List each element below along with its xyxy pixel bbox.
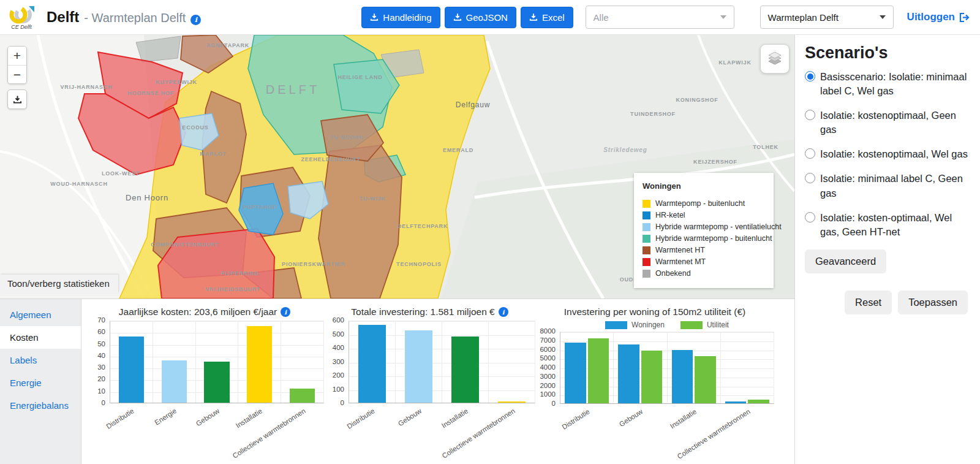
chart-x-labels: DistributieGebouwInstallatieCollectieve …	[349, 403, 535, 451]
chart-x-labels: DistributieGebouwInstallatieCollectieve …	[560, 404, 774, 452]
chart-title-text: Investering per woning of 150m2 utilitei…	[564, 306, 745, 318]
map-legend-item: HR-ketel	[643, 211, 766, 219]
plan-select[interactable]: Warmteplan Delft	[760, 6, 894, 29]
chart-y-axis: 010002000300040005000600070008000	[535, 332, 560, 404]
scenario-option-4[interactable]: Isolatie: minimaal label C, Geen gas	[805, 172, 968, 200]
bar-woningen-collectieve-warmtebronnen[interactable]	[725, 401, 747, 403]
map-place-label: KONINGSHOF	[676, 97, 718, 103]
ce-delft-logo: CE Delft	[5, 5, 38, 30]
tab-energie[interactable]: Energie	[0, 371, 81, 394]
download-excel-button[interactable]: Excel	[521, 7, 573, 28]
y-tick-label: 0	[552, 400, 556, 407]
chart-2: Totale investering: 1.581 miljoen €i0100…	[324, 303, 535, 464]
chart-title: Totale investering: 1.581 miljoen €i	[324, 306, 535, 318]
legend-item-label: Hybride warmtepomp - ventilatielucht	[655, 222, 782, 231]
zoom-out-button[interactable]: −	[8, 65, 26, 83]
bar-energie[interactable]	[162, 360, 187, 403]
tab-kosten[interactable]: Kosten	[0, 326, 81, 349]
map-canvas[interactable]: VRIJ-HARNASCHWOUD-HARNASCHLOOK-WESTHOORN…	[0, 35, 794, 299]
legend-item-label: Warmtepomp - buitenlucht	[655, 199, 745, 208]
chart-category-cell	[614, 332, 667, 403]
legend-color-swatch	[643, 258, 650, 266]
scenario-option-label: Isolatie: kostenoptimaal, Wel gas	[820, 147, 968, 161]
scenario-title: Scenario's	[805, 44, 968, 63]
advanced-button[interactable]: Geavanceerd	[805, 249, 886, 273]
map-place-label: PIJPERRING	[221, 270, 260, 276]
bar-utiliteit-distributie[interactable]	[588, 338, 609, 403]
scenario-option-5[interactable]: Isolatie: kosten-optimaal, Wel gas, Geen…	[805, 211, 968, 239]
chart-title: Jaarlijkse kosten: 203,6 miljoen €/jaari	[85, 306, 324, 318]
title-info-icon[interactable]: i	[190, 15, 201, 25]
legend-color-swatch	[643, 246, 650, 254]
radio-icon[interactable]	[805, 212, 815, 222]
chart-plot-wrap: 010203040506070	[85, 321, 324, 403]
bar-utiliteit-collectieve-warmtebronnen[interactable]	[748, 400, 769, 403]
chart-legend: WoningenUtiliteit	[560, 321, 774, 329]
bar-distributie[interactable]	[119, 337, 144, 403]
bar-gebouw[interactable]	[405, 330, 432, 403]
chart-category-cell	[153, 321, 196, 403]
bar-installatie[interactable]	[247, 326, 272, 403]
x-tick-label: Installatie	[669, 408, 698, 430]
map-place-label: VRIJHEIDSBUURT	[205, 286, 260, 292]
x-label-cell: Distributie	[560, 404, 614, 452]
apply-button[interactable]: Toepassen	[898, 291, 968, 314]
chart-title: Investering per woning of 150m2 utilitei…	[535, 306, 774, 318]
chart-title-text: Jaarlijkse kosten: 203,6 miljoen €/jaar	[119, 306, 277, 318]
chart-info-icon[interactable]: i	[499, 307, 508, 317]
title-city: Delft	[47, 9, 79, 26]
map-place-label: DELFT	[266, 83, 320, 96]
bar-gebouw[interactable]	[204, 362, 229, 403]
bar-distributie[interactable]	[358, 325, 386, 403]
map-legend-item: Warmtepomp - buitenlucht	[643, 199, 766, 208]
chart-y-axis: 010203040506070	[85, 321, 110, 403]
legend-item-label: Warmtenet HT	[655, 246, 705, 254]
chart-category-cell	[668, 332, 721, 403]
map-layers-button[interactable]	[760, 44, 790, 74]
radio-icon[interactable]	[805, 148, 815, 159]
bar-woningen-distributie[interactable]	[565, 343, 586, 403]
legend-color-swatch	[643, 235, 650, 243]
legend-color-swatch	[643, 223, 650, 231]
y-tick-label: 200	[333, 371, 344, 379]
scenario-option-3[interactable]: Isolatie: kostenoptimaal, Wel gas	[805, 147, 968, 161]
x-tick-label: Gebouw	[618, 408, 644, 428]
map-place-label: KUYPERWIJK	[156, 79, 197, 85]
ce-delft-logo-icon	[7, 5, 36, 26]
map-place-label: TU NOORD	[330, 134, 363, 140]
chart-category-cell	[110, 321, 153, 403]
chart-category-cell	[442, 321, 489, 403]
bar-woningen-gebouw[interactable]	[618, 344, 639, 403]
y-tick-label: 7000	[540, 337, 556, 344]
x-tick-label: Gebouw	[396, 407, 422, 427]
tab-algemeen[interactable]: Algemeen	[0, 303, 81, 326]
scenario-option-1[interactable]: Basisscenario: Isolatie: minimaal label …	[805, 70, 968, 98]
zoom-in-button[interactable]: +	[8, 47, 26, 65]
chart-info-icon[interactable]: i	[281, 307, 290, 317]
radio-icon[interactable]	[805, 173, 815, 183]
download-geojson-button[interactable]: GeoJSON	[445, 7, 516, 28]
map-download-button[interactable]	[7, 89, 27, 109]
logout-link[interactable]: Uitloggen	[907, 11, 970, 23]
toggle-statistics-button[interactable]: Toon/verberg statistieken	[0, 275, 118, 293]
bar-collectieve-warmtebronnen[interactable]	[290, 389, 315, 403]
scenario-option-2[interactable]: Isolatie: kostenoptimaal, Geen gas	[805, 108, 968, 137]
bar-installatie[interactable]	[451, 337, 479, 403]
chart-category-cell	[238, 321, 281, 403]
legend-item-label: Onbekend	[655, 269, 691, 278]
y-tick-label: 40	[97, 352, 105, 359]
radio-icon[interactable]	[805, 110, 815, 120]
tab-energiebalans[interactable]: Energiebalans	[0, 394, 81, 417]
tab-labels[interactable]: Labels	[0, 349, 81, 371]
bar-woningen-installatie[interactable]	[672, 350, 693, 403]
filter-select[interactable]: Alle	[586, 6, 734, 29]
reset-button[interactable]: Reset	[845, 291, 892, 314]
download-handleiding-button[interactable]: Handleiding	[361, 7, 440, 28]
x-tick-label: Installatie	[235, 407, 263, 430]
radio-selected-icon[interactable]	[805, 71, 815, 82]
bar-utiliteit-installatie[interactable]	[695, 356, 716, 403]
bar-collectieve-warmtebronnen[interactable]	[498, 401, 526, 403]
bar-utiliteit-gebouw[interactable]	[641, 351, 663, 403]
map-place-label: TUINDERSHOF	[630, 111, 676, 117]
charts-area: Jaarlijkse kosten: 203,6 miljoen €/jaari…	[81, 299, 794, 464]
